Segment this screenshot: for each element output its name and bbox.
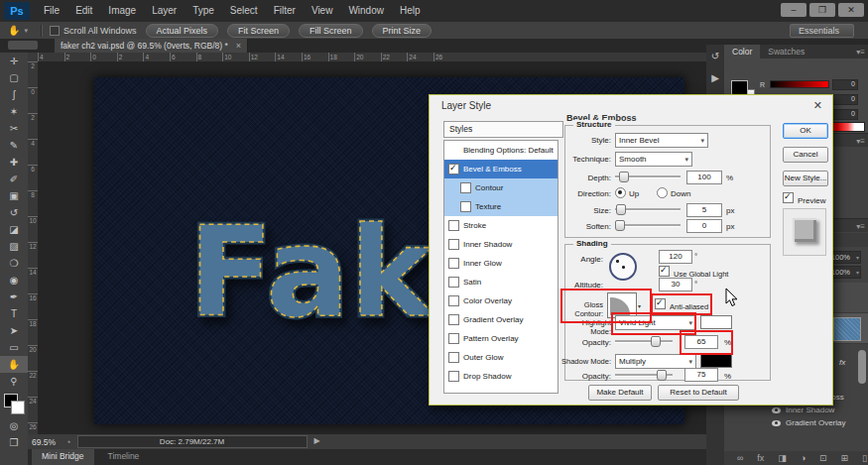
screen-mode-button[interactable]: ❐ — [0, 434, 28, 451]
pen-tool[interactable]: ✒ — [0, 289, 28, 305]
style-checkbox[interactable] — [448, 314, 459, 325]
lasso-tool[interactable]: ʃ — [0, 86, 28, 103]
style-checkbox[interactable] — [448, 352, 459, 363]
visibility-eye-icon[interactable] — [772, 407, 781, 413]
clone-stamp-tool[interactable]: ▣ — [0, 187, 28, 204]
layer-effect-row[interactable]: Gradient Overlay — [724, 416, 868, 429]
menu-item[interactable]: Window — [340, 0, 392, 22]
highlight-opacity-slider[interactable] — [615, 335, 673, 346]
minimize-button[interactable]: – — [781, 3, 806, 17]
link-layers-icon[interactable]: ∞ — [737, 453, 743, 463]
background-color-swatch[interactable] — [11, 401, 25, 414]
style-checkbox[interactable] — [460, 182, 471, 193]
shadow-color-swatch[interactable] — [700, 354, 732, 368]
panel-foreground-swatch[interactable] — [731, 80, 748, 95]
restore-button[interactable]: ❐ — [809, 3, 835, 17]
slider-thumb[interactable] — [619, 172, 629, 182]
history-brush-tool[interactable]: ↺ — [0, 204, 28, 221]
style-list-item[interactable]: Texture — [444, 197, 558, 216]
document-info[interactable]: Doc: 2.79M/22.7M ▶ — [77, 435, 308, 448]
gradient-tool[interactable]: ▨ — [0, 238, 28, 255]
visibility-eye-icon[interactable] — [772, 420, 781, 426]
dialog-close-icon[interactable]: ✕ — [813, 99, 822, 112]
style-checkbox[interactable] — [448, 220, 459, 231]
make-default-button[interactable]: Make Default — [588, 385, 652, 401]
hand-tool-icon[interactable]: ✋ — [8, 25, 20, 36]
soften-value[interactable]: 0 — [686, 219, 722, 233]
panel-menu-icon[interactable]: ▾≡ — [856, 222, 865, 231]
dodge-tool[interactable]: ◉ — [0, 272, 28, 289]
style-list-item[interactable]: Gradient Overlay — [444, 310, 558, 329]
shadow-opacity-slider[interactable] — [615, 369, 673, 380]
slider-thumb[interactable] — [615, 220, 625, 231]
menu-item[interactable]: Select — [222, 0, 266, 22]
properties-panel-icon[interactable]: ▶ — [706, 66, 724, 88]
style-select[interactable]: Inner Bevel ▾ — [615, 133, 708, 148]
channel-slider[interactable] — [770, 80, 829, 88]
style-list-item[interactable]: Satin — [444, 273, 558, 291]
panel-tab[interactable]: Color — [724, 45, 760, 58]
shape-tool[interactable]: ▭ — [0, 339, 28, 356]
marquee-tool[interactable]: ▢ — [0, 69, 28, 86]
direction-down-radio[interactable]: Down — [657, 187, 690, 198]
style-list-item[interactable]: Stroke — [444, 216, 558, 235]
delete-layer-icon[interactable]: ▯ — [862, 453, 867, 463]
zoom-tool[interactable]: ⚲ — [0, 373, 28, 390]
options-button[interactable]: Print Size — [372, 24, 433, 38]
style-checkbox[interactable] — [448, 239, 459, 250]
new-style-button[interactable]: New Style... — [783, 171, 828, 186]
history-panel-icon[interactable]: ↺ — [706, 45, 724, 66]
layer-group-icon[interactable]: ⊡ — [819, 453, 827, 463]
channel-value[interactable]: 0 — [832, 109, 858, 120]
cancel-button[interactable]: Cancel — [783, 147, 828, 163]
size-value[interactable]: 5 — [686, 203, 722, 217]
channel-value[interactable]: 0 — [832, 94, 858, 105]
crop-tool[interactable]: ✂ — [0, 120, 28, 137]
style-list-item[interactable]: Outer Glow — [444, 348, 558, 367]
angle-dial[interactable] — [609, 253, 637, 281]
blur-tool[interactable]: ❍ — [0, 255, 28, 272]
options-button[interactable]: Fill Screen — [299, 24, 363, 38]
channel-value[interactable]: 0 — [832, 79, 858, 90]
depth-slider[interactable] — [615, 171, 681, 181]
slider-thumb[interactable] — [616, 204, 626, 215]
type-tool[interactable]: T — [0, 305, 28, 322]
angle-value[interactable]: 120 — [659, 250, 692, 264]
menu-item[interactable]: Image — [100, 0, 144, 22]
layer-fx-badge[interactable]: fx — [839, 358, 845, 367]
close-button[interactable]: ✕ — [838, 3, 864, 17]
preview-checkbox[interactable]: Preview — [783, 192, 825, 205]
technique-select[interactable]: Smooth ▾ — [615, 152, 692, 167]
bottom-tab[interactable]: Mini Bridge — [32, 449, 94, 465]
eraser-tool[interactable]: ◪ — [0, 221, 28, 238]
move-tool[interactable]: ✛ — [0, 53, 28, 69]
style-list-item[interactable]: Blending Options: Default — [444, 141, 558, 160]
size-slider[interactable] — [615, 203, 681, 214]
adjustment-layer-icon[interactable]: ◑ — [801, 453, 806, 463]
menu-item[interactable]: View — [304, 0, 341, 22]
options-button[interactable]: Actual Pixels — [146, 24, 219, 38]
status-icon[interactable]: ◔ — [65, 437, 70, 447]
tab-close-icon[interactable]: × — [236, 41, 241, 51]
slider-thumb[interactable] — [651, 336, 661, 347]
style-list-item[interactable]: Inner Shadow — [444, 235, 558, 254]
tab-bar-button[interactable] — [8, 41, 38, 50]
bottom-tab[interactable]: Timeline — [98, 449, 150, 465]
altitude-value[interactable]: 30 — [659, 278, 692, 291]
layer-effects-icon[interactable]: fx — [757, 453, 764, 463]
panel-tab[interactable]: Swatches — [760, 45, 812, 58]
quick-mask-button[interactable]: ◎ — [0, 417, 28, 434]
depth-value[interactable]: 100 — [686, 171, 722, 184]
menu-item[interactable]: Type — [185, 0, 222, 22]
soften-slider[interactable] — [615, 219, 681, 230]
panel-menu-icon[interactable]: ▾≡ — [856, 137, 865, 146]
reset-to-default-button[interactable]: Reset to Default — [658, 385, 739, 401]
layer-thumbnail[interactable] — [833, 317, 861, 341]
eyedropper-tool[interactable]: ✎ — [0, 137, 28, 154]
menu-item[interactable]: Layer — [144, 0, 185, 22]
quick-selection-tool[interactable]: ✶ — [0, 103, 28, 120]
chevron-down-icon[interactable]: ▾ — [856, 253, 859, 264]
style-checkbox[interactable] — [448, 258, 459, 269]
workspace-switcher[interactable]: Essentials — [790, 24, 854, 38]
scroll-all-windows-checkbox[interactable] — [50, 26, 60, 36]
